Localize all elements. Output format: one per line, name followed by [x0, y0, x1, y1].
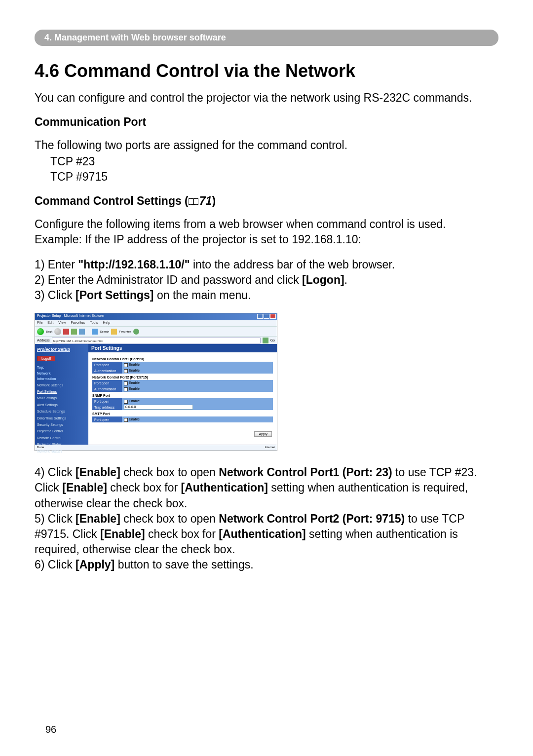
- sidebar-item-projector-control[interactable]: Projector Control: [37, 429, 86, 433]
- section-title: 4.6 Command Control via the Network: [35, 61, 498, 81]
- menu-help[interactable]: Help: [103, 321, 110, 326]
- sidebar-item-port-settings[interactable]: Port Settings: [37, 390, 86, 394]
- table-snmp: Port openEnable Trap address0.0.0.0: [92, 398, 273, 410]
- window-title: Projector Setup - Microsoft Internet Exp…: [37, 314, 105, 317]
- go-label: Go: [270, 339, 275, 342]
- group-ncp2: Network Control Port2 (Port:9715): [92, 376, 273, 379]
- group-smtp: SMTP Port: [92, 412, 273, 416]
- comm-port-title: Communication Port: [35, 115, 498, 129]
- sidebar-item-network-settings[interactable]: Network Settings: [37, 383, 86, 387]
- status-bar: Done Internet: [35, 445, 277, 451]
- sidebar-header-information: Information: [37, 377, 86, 381]
- ncp2-portopen-label: Port open: [92, 380, 122, 386]
- browser-toolbar: Back Search Favorites: [35, 326, 277, 336]
- media-icon[interactable]: [133, 329, 139, 335]
- s5-pre: 5) Click: [35, 512, 76, 525]
- apply-button[interactable]: Apply: [254, 431, 272, 437]
- menu-favorites[interactable]: Favorites: [71, 321, 85, 326]
- ncp2-portopen-checkbox[interactable]: [124, 381, 128, 385]
- sidebar-header-network: Network: [37, 371, 86, 376]
- ncp1-portopen-label: Port open: [92, 362, 122, 368]
- group-snmp: SNMP Port: [92, 394, 273, 397]
- refresh-icon[interactable]: [71, 329, 77, 335]
- step-5: 5) Click [Enable] check box to open Netw…: [35, 511, 498, 557]
- step-1: 1) Enter "http://192.168.1.10/" into the…: [35, 257, 498, 272]
- tcp-port-2: TCP #9715: [50, 169, 498, 185]
- ncp1-enable-label: Enable: [129, 363, 140, 366]
- s4-mid1: check box to open: [120, 466, 219, 479]
- stop-icon[interactable]: [63, 329, 69, 335]
- window-buttons: [257, 314, 276, 319]
- sidebar-item-remote-control[interactable]: Remote Control: [37, 436, 86, 440]
- sidebar-item-security-settings[interactable]: Security Settings: [37, 423, 86, 427]
- menu-file[interactable]: File: [37, 321, 42, 326]
- step1-pre: 1) Enter: [35, 258, 78, 271]
- snmp-enable-label: Enable: [129, 399, 140, 403]
- snmp-portopen-checkbox[interactable]: [124, 400, 128, 404]
- back-icon[interactable]: [37, 328, 44, 335]
- minimize-icon[interactable]: [257, 314, 263, 319]
- go-button[interactable]: [263, 338, 268, 343]
- intro-text: You can configure and control the projec…: [35, 90, 498, 106]
- s4-pre: 4) Click: [35, 466, 76, 479]
- step2-pre: 2) Enter the Administrator ID and passwo…: [35, 273, 302, 286]
- close-icon[interactable]: [270, 314, 276, 319]
- menu-edit[interactable]: Edit: [47, 321, 53, 326]
- sidebar-item-datetime-settings[interactable]: Date/Time Settings: [37, 416, 86, 420]
- ncp2-auth-label: Authentication: [92, 386, 122, 392]
- ncp1-auth-enable: Enable: [129, 369, 140, 372]
- sidebar-header-top: Top:: [37, 365, 86, 370]
- browser-screenshot: Projector Setup - Microsoft Internet Exp…: [35, 313, 277, 451]
- s5-mid3: check box for: [145, 528, 219, 540]
- cc-settings-title: Command Control Settings (71): [35, 194, 498, 208]
- ncp1-auth-checkbox[interactable]: [124, 369, 128, 373]
- step2-logon: [Logon]: [302, 273, 344, 286]
- menu-view[interactable]: View: [58, 321, 66, 326]
- maximize-icon[interactable]: [264, 314, 269, 319]
- ncp2-auth-enable: Enable: [129, 387, 140, 390]
- favorites-icon[interactable]: [111, 329, 117, 335]
- cc-title-prefix: Command Control Settings (: [35, 194, 189, 207]
- step-3: 3) Click [Port Settings] on the main men…: [35, 288, 498, 303]
- logoff-button[interactable]: Logoff: [37, 356, 55, 361]
- address-bar: Address http://192.168.1.10/admin/portse…: [35, 336, 277, 344]
- address-label: Address: [37, 339, 50, 342]
- config-intro-2: Example: If the IP address of the projec…: [35, 232, 498, 247]
- menu-tools[interactable]: Tools: [90, 321, 98, 326]
- cc-title-suffix: ): [212, 194, 216, 207]
- sidebar-item-alert-settings[interactable]: Alert Settings: [37, 403, 86, 407]
- status-right: Internet: [265, 446, 275, 450]
- s4-b3: [Enable]: [62, 481, 107, 494]
- step3-pre: 3) Click: [35, 289, 76, 302]
- search-icon[interactable]: [92, 329, 98, 335]
- ncp2-auth-checkbox[interactable]: [124, 387, 128, 391]
- step-2: 2) Enter the Administrator ID and passwo…: [35, 272, 498, 288]
- table-smtp: Port openEnable: [92, 416, 273, 422]
- comm-port-lead: The following two ports are assigned for…: [35, 138, 498, 153]
- status-left: Done: [37, 446, 44, 450]
- s5-b3: [Enable]: [100, 528, 145, 540]
- ncp1-portopen-checkbox[interactable]: [124, 363, 128, 367]
- config-intro-1: Configure the following items from a web…: [35, 217, 498, 232]
- step2-post: .: [344, 273, 347, 286]
- step1-post: into the address bar of the web browser.: [190, 258, 395, 271]
- chapter-header: 4. Management with Web browser software: [35, 30, 498, 46]
- address-input[interactable]: http://192.168.1.10/admin/portset.html: [52, 338, 261, 343]
- window-titlebar: Projector Setup - Microsoft Internet Exp…: [35, 313, 277, 320]
- table-ncp1: Port openEnable AuthenticationEnable: [92, 362, 273, 374]
- step3-post: on the main menu.: [154, 289, 251, 302]
- sidebar: Projector Setup Logoff Top: Network Info…: [35, 344, 88, 446]
- s4-b1: [Enable]: [76, 466, 120, 479]
- s6-b1: [Apply]: [76, 558, 114, 571]
- sidebar-title: Projector Setup: [37, 347, 86, 352]
- cc-ref-num: 71: [199, 194, 212, 207]
- page-number: 96: [45, 724, 56, 735]
- home-icon[interactable]: [79, 329, 85, 335]
- snmp-trap-input[interactable]: 0.0.0.0: [124, 405, 193, 410]
- sidebar-item-mail-settings[interactable]: Mail Settings: [37, 396, 86, 400]
- forward-icon[interactable]: [54, 328, 61, 335]
- sidebar-item-schedule-settings[interactable]: Schedule Settings: [37, 410, 86, 414]
- smtp-portopen-checkbox[interactable]: [124, 418, 128, 422]
- s6-post: button to save the settings.: [114, 558, 253, 571]
- table-ncp2: Port openEnable AuthenticationEnable: [92, 380, 273, 392]
